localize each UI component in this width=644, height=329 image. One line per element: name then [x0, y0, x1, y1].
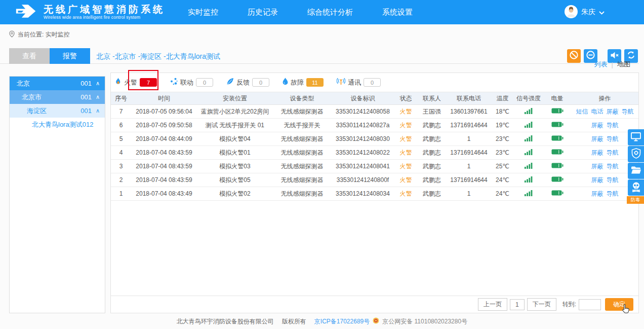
prev-page-button[interactable]: 上一页: [478, 298, 507, 311]
filter-反馈[interactable]: 反馈0: [226, 78, 269, 87]
row-phone: 13601397661: [447, 105, 491, 119]
row-phone: 1: [447, 160, 491, 173]
breadcrumb-label: 当前位置: 实时监控: [18, 30, 70, 39]
row-location: 蓝旗营小区2单元202房间: [197, 105, 273, 119]
ban-icon-button[interactable]: [567, 49, 581, 63]
row-contact: 武鹏志: [417, 173, 447, 187]
side-mini-badge[interactable]: 防毒: [627, 196, 644, 204]
view-switch-separator: |: [612, 61, 613, 68]
row-device-type: 无线感烟探测器: [273, 160, 331, 173]
app-header: 无线广域智慧消防系统 Wireless wide area intelligen…: [0, 0, 644, 24]
row-phone: 1: [447, 132, 491, 146]
op-link-屏蔽[interactable]: 屏蔽: [591, 135, 603, 142]
op-link-导航[interactable]: 导航: [607, 122, 619, 129]
tree-label: 北京: [17, 79, 80, 88]
filter-故障[interactable]: 故障11: [283, 78, 324, 87]
row-no: 7: [111, 105, 131, 119]
tree-item-北大青鸟lora测试[interactable]: 北大青鸟lora测试012: [10, 118, 105, 131]
op-link-导航[interactable]: 导航: [607, 149, 619, 156]
row-device-type: 无线感烟探测器: [273, 105, 331, 119]
fire-icon: [115, 78, 122, 88]
location-pin-icon: [9, 30, 15, 39]
filter-联动[interactable]: 联动0: [170, 78, 213, 87]
tree-count: 001: [80, 93, 92, 101]
row-no: 4: [111, 146, 131, 160]
filter-label: 联动: [180, 78, 193, 87]
footer-icp-link[interactable]: 京ICP备17022689号: [314, 317, 370, 326]
op-link-导航[interactable]: 导航: [607, 135, 619, 142]
op-link-屏蔽[interactable]: 屏蔽: [591, 176, 603, 184]
confirm-button[interactable]: 确定: [605, 298, 633, 311]
filter-row: 火警7联动0反馈0故障11通讯0 列表 | 地图: [111, 73, 638, 92]
main-nav: 实时监控历史记录综合统计分析系统设置: [188, 8, 413, 17]
filter-火警[interactable]: 火警7: [115, 78, 157, 88]
shield-gear-icon-button[interactable]: [628, 146, 644, 162]
tree-label: 北京市: [22, 93, 80, 102]
monitor-icon: [631, 132, 641, 143]
row-status: 火警: [394, 187, 417, 201]
row-location: 模拟火警03: [197, 160, 273, 173]
signal-bars-icon: [525, 150, 533, 157]
next-page-button[interactable]: 下一页: [527, 298, 556, 311]
op-link-导航[interactable]: 导航: [622, 108, 634, 115]
row-location: 测试 无线手报开关 01: [197, 119, 273, 132]
signal-bars-icon: [525, 191, 533, 198]
nav-item-2[interactable]: 综合统计分析: [307, 8, 353, 17]
row-phone: 1: [447, 187, 491, 201]
op-link-导航[interactable]: 导航: [607, 190, 619, 197]
view-list-link[interactable]: 列表: [594, 60, 608, 69]
op-link-导航[interactable]: 导航: [607, 163, 619, 170]
monitor-icon-button[interactable]: [628, 129, 644, 145]
op-link-电话[interactable]: 电话: [591, 108, 603, 115]
op-link-屏蔽[interactable]: 屏蔽: [591, 122, 603, 129]
tab-报警[interactable]: 报警: [50, 48, 90, 64]
row-time: 2018-07-04 08:43:59: [131, 173, 197, 187]
nav-item-0[interactable]: 实时监控: [188, 8, 218, 17]
filter-label: 反馈: [236, 78, 250, 87]
row-signal: [514, 187, 543, 201]
avatar: [565, 5, 578, 20]
op-link-屏蔽[interactable]: 屏蔽: [607, 108, 619, 115]
fault-icon: [283, 78, 288, 87]
row-no: 6: [111, 119, 131, 132]
row-device-type: 无线感烟探测器: [273, 132, 331, 146]
row-battery: [543, 105, 571, 119]
col-header-状态: 状态: [394, 92, 417, 105]
row-device-type: 无线感烟探测器: [273, 187, 331, 201]
folder-icon-button[interactable]: [628, 163, 644, 179]
row-status: 火警: [394, 119, 417, 132]
user-menu[interactable]: 朱庆: [565, 0, 605, 24]
tree-item-海淀区[interactable]: 海淀区001∧: [10, 104, 105, 118]
row-no: 2: [111, 173, 131, 187]
row-signal: [514, 132, 543, 146]
page-number-button[interactable]: 1: [510, 299, 525, 310]
col-header-安装位置: 安装位置: [197, 92, 273, 105]
nav-item-3[interactable]: 系统设置: [382, 8, 413, 17]
row-battery: [543, 187, 571, 201]
tab-查看[interactable]: 查看: [9, 48, 50, 64]
op-link-屏蔽[interactable]: 屏蔽: [591, 190, 603, 197]
tabs-row: 查看报警 北京 -北京市 -海淀区 -北大青鸟lora测试: [0, 48, 644, 64]
battery-icon: [551, 176, 564, 184]
breadcrumb: 当前位置: 实时监控: [9, 30, 70, 39]
skull-icon-button[interactable]: [628, 179, 644, 196]
tree-item-北京市[interactable]: 北京市001∧: [10, 90, 105, 104]
nav-item-1[interactable]: 历史记录: [248, 8, 278, 17]
op-link-短信[interactable]: 短信: [576, 108, 588, 115]
filter-count-badge: 0: [196, 78, 213, 87]
view-map-link[interactable]: 地图: [617, 60, 630, 69]
row-location: 模拟火警02: [197, 187, 273, 201]
op-link-屏蔽[interactable]: 屏蔽: [591, 149, 603, 156]
row-signal: [514, 105, 543, 119]
goto-page-input[interactable]: [579, 299, 601, 310]
row-device-id: 3353012412408041: [331, 160, 394, 173]
row-time: 2018-07-04 08:43:59: [131, 160, 197, 173]
op-link-屏蔽[interactable]: 屏蔽: [591, 163, 603, 170]
tree-item-北京[interactable]: 北京001∧: [10, 77, 105, 90]
signal-bars-icon: [525, 122, 533, 129]
row-no: 5: [111, 132, 131, 146]
op-link-导航[interactable]: 导航: [607, 176, 619, 184]
battery-icon: [551, 190, 564, 197]
signal-bars-icon: [525, 163, 533, 170]
filter-通讯[interactable]: 通讯0: [337, 78, 381, 87]
